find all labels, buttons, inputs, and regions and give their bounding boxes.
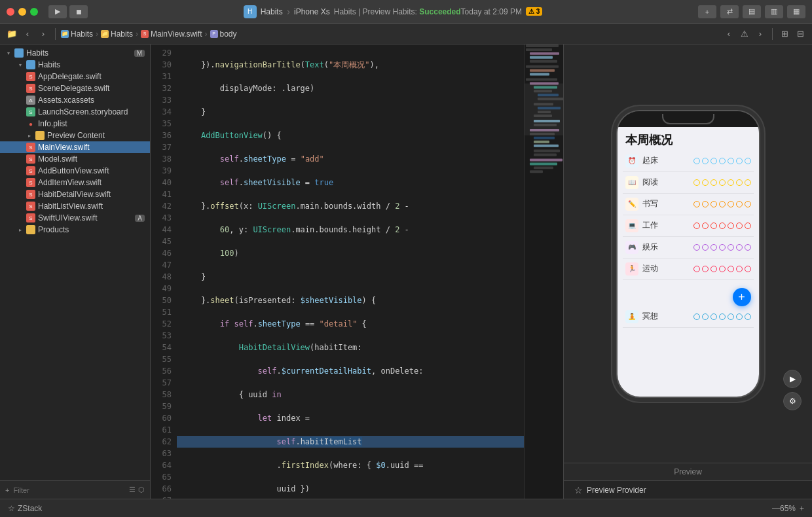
code-line-39: }.sheet(isPresented: $sheetVisible) { [177, 294, 524, 306]
disclosure-root: ▾ [5, 50, 12, 56]
plist-icon: ● [26, 119, 35, 128]
circle-1 [693, 313, 700, 320]
breadcrumb-habits-group[interactable]: 📁 Habits [101, 29, 133, 39]
sidebar-label-mainview: MainView.swift [38, 143, 145, 152]
sidebar-item-additemview[interactable]: S AddItemView.swift [0, 177, 150, 188]
run-button[interactable]: ▶ [48, 5, 67, 18]
code-line-35: }.offset(x: UIScreen.main.bounds.width /… [177, 200, 524, 212]
code-line-41: HabitDetailView(habitItem: [177, 342, 524, 353]
habit-list: ⏰ 起床 [618, 151, 759, 397]
code-line-38: } [177, 271, 524, 283]
circle-1 [693, 244, 700, 251]
sidebar-item-habitdetailview[interactable]: S HabitDetailView.swift [0, 188, 150, 200]
folder-icon[interactable]: 📁 [5, 27, 18, 41]
fullscreen-button[interactable] [30, 8, 38, 16]
sidebar-badge-a: A [135, 215, 145, 222]
sidebar-item-habitlistview[interactable]: S HabitListView.swift [0, 200, 150, 212]
sidebar-item-appdelegate[interactable]: S AppDelegate.swift [0, 71, 150, 82]
circle-7 [745, 244, 751, 251]
panel-left-button[interactable]: ▤ [743, 5, 761, 18]
toolbar: 📁 ‹ › 📁 Habits › 📁 Habits › S MainView.s… [0, 24, 812, 45]
swift-icon-appdelegate: S [26, 72, 35, 81]
forward-button[interactable]: › [37, 27, 50, 41]
breadcrumb-habits-folder[interactable]: 📁 Habits [61, 29, 93, 39]
sidebar-item-addbuttonview[interactable]: S AddButtonView.swift [0, 165, 150, 177]
sidebar-item-swiftuiview[interactable]: S SwiftUIView.swift A [0, 212, 150, 224]
traffic-lights [7, 8, 38, 16]
sidebar-label-model: Model.swift [38, 154, 145, 164]
svg-rect-28 [530, 158, 563, 161]
error-icon: ⚠ [738, 27, 751, 41]
add-file-button[interactable]: + [5, 486, 9, 494]
habit-row-qichuang: ⏰ 起床 [623, 151, 754, 172]
disclosure-habits: ▾ [17, 62, 24, 68]
preview-provider-bar: ☆ Preview Provider [564, 480, 812, 499]
status-star-icon: ☆ [8, 504, 15, 513]
sidebar-label-infoplist: Info.plist [38, 119, 145, 128]
circle-4 [719, 179, 726, 186]
sidebar-item-model[interactable]: S Model.swift [0, 153, 150, 165]
code-content[interactable]: }).navigationBarTitle(Text("本周概况"), disp… [177, 45, 524, 499]
code-scroll[interactable]: 2930313233 3435363738 3940414243 4445464… [151, 45, 563, 499]
habit-icon-qichuang: ⏰ [625, 154, 638, 168]
folder-yellow-icon-preview [35, 131, 45, 140]
sidebar-item-habits-group[interactable]: ▾ Habits [0, 59, 150, 71]
filter-icon[interactable]: ☰ [129, 486, 136, 494]
swift-icon-swiftui: S [26, 213, 35, 223]
circle-2 [702, 223, 709, 229]
svg-rect-26 [534, 150, 560, 152]
sidebar-item-infoplist[interactable]: ● Info.plist [0, 118, 150, 130]
toolbar-separator [55, 28, 56, 40]
fab-add-button[interactable]: + [733, 288, 751, 306]
sidebar-item-assets[interactable]: A Assets.xcassets [0, 94, 150, 106]
circle-6 [736, 179, 743, 186]
status-time: Today at 2:09 PM [461, 7, 522, 16]
device-screen: 本周概况 ⏰ 起床 [618, 127, 759, 397]
panel-center-button[interactable]: ▥ [765, 5, 783, 18]
error-nav-left[interactable]: ‹ [722, 27, 735, 41]
panel-right-button[interactable]: ▦ [787, 5, 805, 18]
layout-button[interactable]: ⇄ [720, 5, 739, 18]
sidebar-item-scenedelegate[interactable]: S SceneDelegate.swift [0, 82, 150, 94]
sidebar-item-root-habits[interactable]: ▾ Habits M [0, 47, 150, 59]
grid-button[interactable]: ⊟ [794, 27, 807, 41]
minimize-button[interactable] [18, 8, 26, 16]
circle-4 [719, 223, 726, 229]
close-button[interactable] [7, 8, 14, 16]
filter-input[interactable] [13, 486, 125, 494]
habit-circles-qichuang [693, 158, 751, 164]
sidebar-item-launchscreen[interactable]: S LaunchScreen.storyboard [0, 106, 150, 118]
svg-rect-1 [526, 45, 559, 47]
folder-yellow-icon-products [26, 225, 35, 234]
preview-settings-button[interactable]: ⚙ [783, 392, 802, 410]
preview-panel: 本周概况 ⏰ 起床 [563, 45, 812, 499]
breadcrumb-mainview[interactable]: S MainView.swift [141, 29, 202, 39]
breadcrumb-p[interactable]: P body [210, 29, 237, 39]
sidebar-item-preview-content[interactable]: ▸ Preview Content [0, 130, 150, 141]
circle-5 [728, 223, 734, 229]
svg-rect-7 [530, 69, 555, 72]
sidebar-item-products[interactable]: ▸ Products [0, 224, 150, 236]
split-view-button[interactable]: ⊞ [778, 27, 791, 41]
sidebar-item-mainview[interactable]: S MainView.swift [0, 141, 150, 153]
preview-play-button[interactable]: ▶ [783, 370, 802, 388]
back-button[interactable]: ‹ [21, 27, 34, 41]
swift-icon-mainview: S [26, 143, 35, 152]
storyboard-icon: S [26, 107, 35, 116]
code-line-40: if self.sheetType == "detail" { [177, 318, 524, 330]
circle-5 [728, 313, 734, 320]
circle-5 [728, 244, 734, 251]
breadcrumb-habits: Habits [71, 29, 93, 39]
svg-rect-30 [534, 166, 553, 169]
circle-7 [745, 266, 751, 272]
stop-button[interactable]: ⏹ [69, 5, 88, 18]
sidebar-label-appdelegate: AppDelegate.swift [38, 72, 145, 81]
sort-icon[interactable]: ⬡ [138, 486, 145, 494]
error-nav-right[interactable]: › [754, 27, 767, 41]
zoom-plus-button[interactable]: + [800, 504, 804, 513]
warning-badge[interactable]: ⚠ 3 [526, 7, 542, 16]
toolbar-right: ‹ ⚠ › ⊞ ⊟ [722, 27, 807, 41]
add-button[interactable]: + [698, 5, 716, 18]
habit-name-qichuang: 起床 [642, 155, 693, 166]
breadcrumb-habits2: Habits [111, 29, 133, 39]
